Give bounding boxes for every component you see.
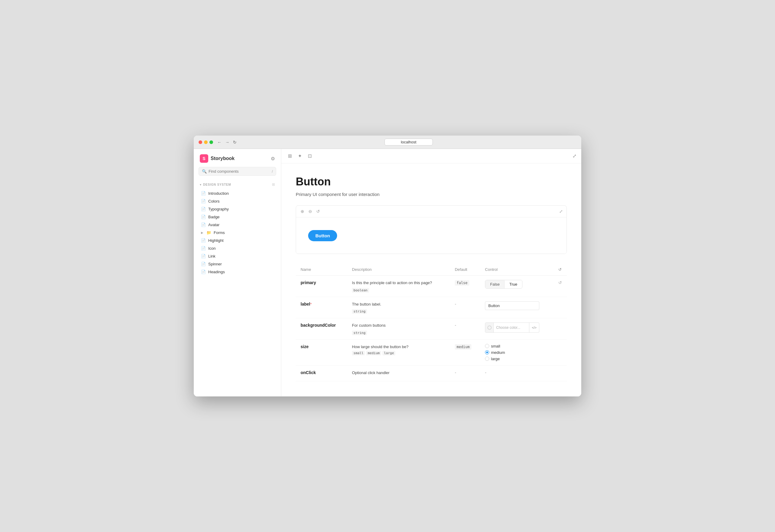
toggle-control: False True [485,280,523,289]
url-display[interactable]: localhost [384,138,433,145]
refresh-button[interactable]: ↻ [232,139,237,145]
color-code-toggle[interactable]: </> [529,323,539,333]
prop-type: boolean [352,288,369,293]
search-shortcut: / [272,169,273,174]
color-control: Choose color... </> [485,323,539,333]
nav-item-badge[interactable]: 📄 Badge [198,213,276,221]
sidebar-section: ▾ DESIGN SYSTEM ⊞ 📄 Introduction 📄 Color… [194,180,281,276]
close-button[interactable] [198,140,202,144]
minimize-button[interactable] [204,140,208,144]
reset-icon[interactable]: ↺ [558,280,562,285]
nav-item-forms[interactable]: ▶ 📁 Forms [198,229,276,236]
story-icon: 📄 [201,262,206,266]
nav-label: Headings [208,270,225,274]
prop-default: false [455,280,469,286]
col-header-default: Default [450,263,480,276]
prop-name: size [300,344,308,349]
nav-item-highlight[interactable]: 📄 Highlight [198,237,276,244]
table-row: onClick Optional click handler - - [296,365,567,381]
expand-icon: ▶ [201,231,203,234]
search-bar[interactable]: 🔍 / [198,167,276,176]
col-header-name: Name [296,263,347,276]
radio-label: small [491,344,500,349]
color-picker-icon [488,326,492,330]
nav-item-avatar[interactable]: 📄 Avatar [198,221,276,228]
label-text-input[interactable] [485,301,539,310]
prop-name: onClick [300,370,316,375]
story-icon: 📄 [201,238,206,243]
prop-description: Optional click handler [352,370,445,376]
radio-medium[interactable]: medium [485,350,549,355]
grid-view-button[interactable]: ⊞ [286,152,294,160]
browser-chrome: ← → ↻ localhost [194,135,581,149]
table-row: primary Is this the principle call to ac… [296,276,567,297]
prop-description: Is this the principle call to action on … [352,280,445,286]
nav-label: Spinner [208,262,222,266]
prop-type: string [352,331,367,335]
radio-circle-small [485,344,489,348]
nav-label: Icon [208,246,216,250]
props-table: Name Description Default Control ↺ prima… [296,263,567,381]
nav-item-colors[interactable]: 📄 Colors [198,197,276,205]
zoom-reset-button[interactable]: ↺ [315,208,321,215]
preview-box: ⊕ ⊖ ↺ ⤢ Button [296,205,567,254]
prop-name: label [300,302,310,307]
story-icon: 📄 [201,191,206,196]
nav-label: Forms [214,230,225,235]
preview-external-link-icon[interactable]: ⤢ [559,209,563,214]
toggle-true-button[interactable]: True [505,280,522,288]
component-view-button[interactable]: ✦ [296,152,303,160]
table-row: label* The button label. string - [296,297,567,318]
col-header-reset: ↺ [554,263,567,276]
prop-type-medium: medium [366,351,381,355]
preview-canvas: Button [296,217,567,253]
maximize-button[interactable] [209,140,213,144]
address-bar: localhost [241,138,577,145]
zoom-in-button[interactable]: ⊕ [300,208,305,215]
nav-item-headings[interactable]: 📄 Headings [198,268,276,276]
logo-area: S Storybook [200,154,234,163]
browser-window: ← → ↻ localhost S Storybook ⚙ 🔍 / [194,135,581,397]
chevron-down-icon: ▾ [200,183,201,186]
sidebar-header: S Storybook ⚙ [194,149,281,167]
table-row: size How large should the button be? sma… [296,339,567,365]
back-button[interactable]: ← [217,139,222,145]
story-icon: 📄 [201,222,206,227]
prop-type-small: small [352,351,365,355]
section-title: DESIGN SYSTEM [203,183,231,186]
radio-small[interactable]: small [485,344,549,349]
radio-label: medium [491,350,505,355]
nav-item-typography[interactable]: 📄 Typography [198,205,276,213]
main-content: ⊞ ✦ ⊡ ⤢ Button Primary UI component for … [281,149,581,397]
forward-button[interactable]: → [224,139,230,145]
radio-large[interactable]: large [485,357,549,361]
settings-icon[interactable]: ⚙ [271,156,275,161]
story-icon: 📄 [201,254,206,258]
preview-toolbar: ⊕ ⊖ ↺ ⤢ [296,205,567,217]
page-description: Primary UI component for user interactio… [296,192,567,197]
nav-item-introduction[interactable]: 📄 Introduction [198,189,276,197]
search-input[interactable] [208,169,270,174]
nav-label: Avatar [208,222,219,227]
zoom-out-button[interactable]: ⊖ [307,208,313,215]
nav-item-link[interactable]: 📄 Link [198,252,276,260]
col-header-description: Description [347,263,450,276]
nav-item-icon[interactable]: 📄 Icon [198,244,276,252]
prop-default: - [455,370,456,375]
story-icon: 📄 [201,270,206,274]
radio-circle-medium [485,350,489,355]
fullscreen-button[interactable]: ⊡ [306,152,313,160]
content-area: Button Primary UI component for user int… [281,163,581,397]
radio-circle-large [485,357,489,361]
col-header-control: Control [480,263,554,276]
nav-item-spinner[interactable]: 📄 Spinner [198,260,276,268]
prop-description: The button label. [352,301,445,308]
browser-nav: ← → ↻ [217,139,237,145]
prop-default: - [455,323,456,328]
section-header[interactable]: ▾ DESIGN SYSTEM ⊞ [198,180,276,188]
toggle-false-button[interactable]: False [485,280,505,288]
color-swatch[interactable] [485,323,494,333]
open-external-icon[interactable]: ⤢ [573,153,577,159]
prop-name: primary [300,280,316,285]
demo-button[interactable]: Button [308,230,337,241]
